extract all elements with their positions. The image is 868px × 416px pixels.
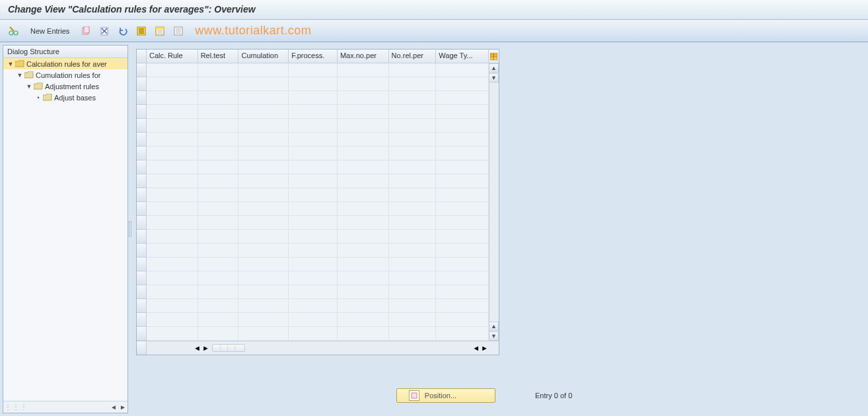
grid-cell[interactable] [198, 147, 239, 160]
grid-cell[interactable] [238, 299, 289, 313]
grid-cell[interactable] [338, 119, 389, 133]
grid-cell[interactable] [389, 188, 437, 202]
grid-cell[interactable] [338, 147, 389, 160]
grid-cell[interactable] [389, 119, 437, 133]
grid-cell[interactable] [147, 271, 198, 285]
grid-cell[interactable] [238, 147, 289, 160]
grid-cell[interactable] [289, 244, 338, 258]
grid-cell[interactable] [338, 160, 389, 174]
scroll-down-icon[interactable]: ▼ [489, 73, 499, 83]
grid-cell[interactable] [436, 327, 489, 341]
grid-cell[interactable] [436, 160, 489, 174]
grid-cell[interactable] [147, 63, 198, 77]
tree-item-0[interactable]: ▼Calculation rules for aver [3, 58, 127, 69]
grid-cell[interactable] [436, 230, 489, 244]
grid-cell[interactable] [147, 188, 198, 202]
grid-cell[interactable] [389, 285, 437, 299]
grid-cell[interactable] [338, 174, 389, 188]
row-header[interactable] [137, 91, 147, 105]
scroll-right-icon[interactable]: ► [481, 344, 488, 352]
grid-cell[interactable] [238, 160, 289, 174]
grid-cell[interactable] [289, 230, 338, 244]
tree-grip[interactable]: ⋮⋮⋮ [3, 403, 30, 411]
copy-button[interactable] [79, 24, 93, 38]
grid-cell[interactable] [389, 63, 437, 77]
grid-cell[interactable] [436, 174, 489, 188]
grid-cell[interactable] [289, 299, 338, 313]
grid-cell[interactable] [389, 244, 437, 258]
grid-cell[interactable] [289, 313, 338, 327]
scroll-up-icon[interactable]: ▲ [489, 322, 499, 331]
grid-cell[interactable] [238, 230, 289, 244]
grid-cell[interactable] [198, 258, 239, 271]
grid-cell[interactable] [436, 299, 489, 313]
row-header[interactable] [137, 313, 147, 327]
grid-config-button[interactable] [489, 50, 499, 63]
row-header[interactable] [137, 202, 147, 216]
grid-cell[interactable] [389, 133, 437, 147]
grid-cell[interactable] [289, 216, 338, 230]
column-header-0[interactable]: Calc. Rule [147, 50, 198, 63]
row-header[interactable] [137, 299, 147, 313]
grid-cell[interactable] [238, 188, 289, 202]
grid-cell[interactable] [147, 216, 198, 230]
grid-cell[interactable] [147, 202, 198, 216]
grid-cell[interactable] [436, 105, 489, 119]
row-header[interactable] [137, 244, 147, 258]
grid-cell[interactable] [338, 244, 389, 258]
grid-cell[interactable] [436, 285, 489, 299]
grid-cell[interactable] [147, 77, 198, 91]
grid-cell[interactable] [147, 160, 198, 174]
row-header[interactable] [137, 327, 147, 341]
grid-cell[interactable] [389, 160, 437, 174]
grid-cell[interactable] [198, 216, 239, 230]
grid-cell[interactable] [338, 271, 389, 285]
column-header-6[interactable]: Wage Ty... [436, 50, 489, 63]
grid-cell[interactable] [198, 63, 239, 77]
tree-item-1[interactable]: ▼Cumulation rules for [3, 69, 127, 81]
grid-cell[interactable] [338, 216, 389, 230]
grid-cell[interactable] [338, 91, 389, 105]
grid-cell[interactable] [389, 174, 437, 188]
grid-cell[interactable] [389, 258, 437, 271]
grid-cell[interactable] [436, 188, 489, 202]
toggle-edit-button[interactable] [7, 24, 21, 38]
grid-cell[interactable] [389, 105, 437, 119]
row-header[interactable] [137, 119, 147, 133]
grid-cell[interactable] [147, 313, 198, 327]
grid-cell[interactable] [147, 174, 198, 188]
position-button[interactable]: Position... [396, 388, 495, 403]
grid-cell[interactable] [198, 230, 239, 244]
grid-cell[interactable] [338, 313, 389, 327]
tree-scroll-left-icon[interactable]: ◄ [109, 403, 118, 411]
grid-cell[interactable] [147, 244, 198, 258]
grid-cell[interactable] [147, 258, 198, 271]
grid-cell[interactable] [389, 202, 437, 216]
grid-cell[interactable] [436, 91, 489, 105]
grid-cell[interactable] [289, 258, 338, 271]
grid-cell[interactable] [389, 91, 437, 105]
grid-cell[interactable] [238, 133, 289, 147]
grid-cell[interactable] [289, 188, 338, 202]
grid-cell[interactable] [198, 244, 239, 258]
grid-cell[interactable] [147, 133, 198, 147]
scroll-right-icon[interactable]: ► [202, 344, 209, 352]
grid-cell[interactable] [289, 271, 338, 285]
grid-cell[interactable] [198, 91, 239, 105]
grid-cell[interactable] [436, 63, 489, 77]
grid-cell[interactable] [238, 244, 289, 258]
grid-cell[interactable] [147, 119, 198, 133]
grid-cell[interactable] [238, 285, 289, 299]
row-header[interactable] [137, 133, 147, 147]
grid-cell[interactable] [389, 327, 437, 341]
row-header[interactable] [137, 147, 147, 160]
grid-cell[interactable] [389, 271, 437, 285]
grid-cell[interactable] [198, 105, 239, 119]
grid-cell[interactable] [436, 216, 489, 230]
scroll-up-icon[interactable]: ▲ [489, 63, 499, 73]
grid-cell[interactable] [147, 105, 198, 119]
scroll-left-icon[interactable]: ◄ [194, 344, 201, 352]
grid-cell[interactable] [338, 230, 389, 244]
deselect-all-button[interactable] [171, 24, 186, 38]
grid-cell[interactable] [198, 327, 239, 341]
